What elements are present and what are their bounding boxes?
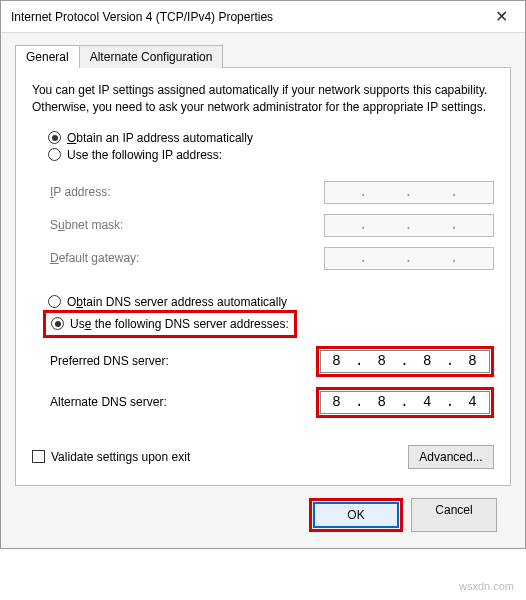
description-text: You can get IP settings assigned automat… bbox=[32, 82, 494, 117]
radio-use-following-ip[interactable]: Use the following IP address: bbox=[48, 148, 494, 162]
radio-use-following-dns[interactable]: Use the following DNS server addresses: bbox=[45, 315, 295, 333]
input-preferred-dns[interactable]: 8. 8. 8. 8 bbox=[320, 350, 490, 373]
label-alternate-dns: Alternate DNS server: bbox=[50, 395, 316, 409]
field-preferred-dns: Preferred DNS server: 8. 8. 8. 8 bbox=[32, 336, 494, 382]
input-alternate-dns[interactable]: 8. 8. 4. 4 bbox=[320, 391, 490, 414]
dns-section: Obtain DNS server address automatically … bbox=[32, 295, 494, 423]
highlight-dns-manual: Use the following DNS server addresses: bbox=[45, 312, 295, 336]
label-preferred-dns: Preferred DNS server: bbox=[50, 354, 316, 368]
label-default-gateway: Default gateway: bbox=[50, 251, 324, 265]
watermark-text: wsxdn.com bbox=[459, 580, 514, 592]
field-alternate-dns: Alternate DNS server: 8. 8. 4. 4 bbox=[32, 382, 494, 423]
checkbox-validate-settings[interactable]: Validate settings upon exit bbox=[32, 450, 408, 464]
ok-button[interactable]: OK bbox=[313, 502, 399, 528]
input-ip-address: ... bbox=[324, 181, 494, 204]
radio-icon bbox=[48, 295, 61, 308]
radio-obtain-ip-auto[interactable]: Obtain an IP address automatically bbox=[48, 131, 494, 145]
cancel-button[interactable]: Cancel bbox=[411, 498, 497, 532]
radio-icon bbox=[48, 148, 61, 161]
close-icon[interactable]: ✕ bbox=[479, 2, 523, 32]
label-subnet-mask: Subnet mask: bbox=[50, 218, 324, 232]
highlight-preferred-dns: 8. 8. 8. 8 bbox=[316, 346, 494, 377]
dialog-window: Internet Protocol Version 4 (TCP/IPv4) P… bbox=[0, 0, 526, 549]
input-subnet-mask: ... bbox=[324, 214, 494, 237]
ip-fields-group: IP address: ... Subnet mask: ... Default… bbox=[32, 166, 494, 275]
tab-general[interactable]: General bbox=[15, 45, 80, 68]
label-ip-address: IP address: bbox=[50, 185, 324, 199]
window-title: Internet Protocol Version 4 (TCP/IPv4) P… bbox=[11, 10, 479, 24]
radio-icon bbox=[48, 131, 61, 144]
tab-panel-general: You can get IP settings assigned automat… bbox=[15, 67, 511, 486]
tab-alternate-configuration[interactable]: Alternate Configuration bbox=[80, 45, 224, 68]
radio-obtain-dns-auto[interactable]: Obtain DNS server address automatically bbox=[48, 295, 494, 309]
radio-icon bbox=[51, 317, 64, 330]
field-ip-address: IP address: ... bbox=[32, 176, 494, 209]
field-default-gateway: Default gateway: ... bbox=[32, 242, 494, 275]
client-area: General Alternate Configuration You can … bbox=[1, 33, 525, 548]
input-default-gateway: ... bbox=[324, 247, 494, 270]
field-subnet-mask: Subnet mask: ... bbox=[32, 209, 494, 242]
highlight-alternate-dns: 8. 8. 4. 4 bbox=[316, 387, 494, 418]
checkbox-icon bbox=[32, 450, 45, 463]
advanced-button[interactable]: Advanced... bbox=[408, 445, 494, 469]
highlight-ok: OK bbox=[309, 498, 403, 532]
tabstrip: General Alternate Configuration bbox=[15, 45, 511, 68]
titlebar: Internet Protocol Version 4 (TCP/IPv4) P… bbox=[1, 1, 525, 33]
dialog-buttons: OK Cancel bbox=[15, 486, 511, 532]
